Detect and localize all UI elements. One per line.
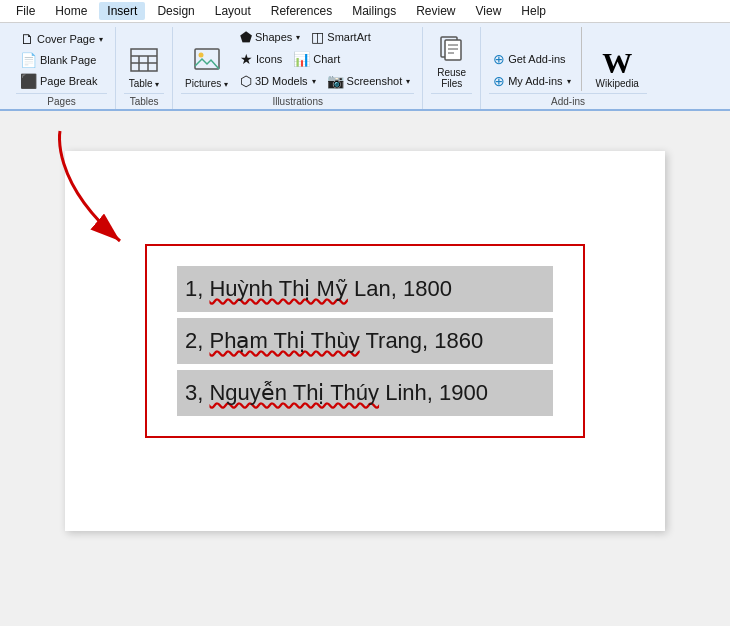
ribbon-group-pages: 🗋 Cover Page ▾ 📄 Blank Page ⬛ Page Break… [8,27,116,109]
menu-layout[interactable]: Layout [207,2,259,20]
menu-file[interactable]: File [8,2,43,20]
my-addins-button[interactable]: ⊕ My Add-ins ▾ [489,71,574,91]
menu-design[interactable]: Design [149,2,202,20]
menu-references[interactable]: References [263,2,340,20]
ribbon-group-reuse: Reuse Files [423,27,481,109]
smartart-icon: ◫ [311,29,324,45]
list-item: 1, Huỳnh Thị Mỹ Lan, 1800 [177,266,553,312]
3d-models-icon: ⬡ [240,73,252,89]
chart-button[interactable]: 📊 Chart [289,49,344,69]
page-break-icon: ⬛ [20,73,37,89]
icons-button[interactable]: ★ Icons [236,49,286,69]
name-1: Huỳnh Thị Mỹ [209,276,347,301]
table-icon [130,48,158,76]
pages-group-label: Pages [16,93,107,107]
name-2: Phạm Thị Thùy [209,328,359,353]
icons-icon: ★ [240,51,253,67]
menu-home[interactable]: Home [47,2,95,20]
reuse-files-button[interactable]: Reuse Files [431,33,472,91]
addins-group-label: Add-ins [489,93,647,107]
tables-group-label: Tables [124,93,164,107]
get-addins-button[interactable]: ⊕ Get Add-ins [489,49,574,69]
wikipedia-icon: W [602,48,632,78]
screenshot-icon: 📷 [327,73,344,89]
menu-review[interactable]: Review [408,2,463,20]
menu-insert[interactable]: Insert [99,2,145,20]
svg-rect-8 [445,40,461,60]
menu-bar: File Home Insert Design Layout Reference… [0,0,730,23]
get-addins-icon: ⊕ [493,51,505,67]
arrow-annotation [40,121,160,251]
list-item: 3, Nguyễn Thị Thúy Linh, 1900 [177,370,553,416]
reuse-files-icon [438,35,466,67]
ribbon-group-addins: ⊕ Get Add-ins ⊕ My Add-ins ▾ W Wikipedia… [481,27,655,109]
my-addins-icon: ⊕ [493,73,505,89]
list-item: 2, Phạm Thị Thùy Trang, 1860 [177,318,553,364]
menu-view[interactable]: View [468,2,510,20]
reuse-group-label [431,93,472,107]
main-content: 1, Huỳnh Thị Mỹ Lan, 1800 2, Phạm Thị Th… [0,111,730,626]
name-3: Nguyễn Thị Thúy [209,380,379,405]
shapes-button[interactable]: ⬟ Shapes ▾ [236,27,304,47]
illustrations-group-label: Illustrations [181,93,414,107]
blank-page-icon: 📄 [20,52,37,68]
smartart-button[interactable]: ◫ SmartArt [307,27,374,47]
screenshot-button[interactable]: 📷 Screenshot ▾ [323,71,415,91]
ribbon-separator [581,27,582,91]
selection-box: 1, Huỳnh Thị Mỹ Lan, 1800 2, Phạm Thị Th… [145,244,585,438]
pictures-button[interactable]: Pictures ▾ [181,44,232,91]
svg-rect-0 [131,49,157,71]
pictures-icon [193,46,221,76]
menu-help[interactable]: Help [513,2,554,20]
wikipedia-button[interactable]: W Wikipedia [588,46,647,91]
ribbon-group-illustrations: Pictures ▾ ⬟ Shapes ▾ ◫ SmartArt [173,27,423,109]
cover-page-button[interactable]: 🗋 Cover Page ▾ [16,29,107,49]
chart-icon: 📊 [293,51,310,67]
table-button[interactable]: Table ▾ [124,46,164,91]
svg-point-6 [198,53,203,58]
cover-page-icon: 🗋 [20,31,34,47]
blank-page-button[interactable]: 📄 Blank Page [16,50,107,70]
3d-models-button[interactable]: ⬡ 3D Models ▾ [236,71,320,91]
shapes-icon: ⬟ [240,29,252,45]
page-break-button[interactable]: ⬛ Page Break [16,71,107,91]
ribbon-group-tables: Table ▾ Tables [116,27,173,109]
menu-mailings[interactable]: Mailings [344,2,404,20]
ribbon: 🗋 Cover Page ▾ 📄 Blank Page ⬛ Page Break… [0,23,730,111]
